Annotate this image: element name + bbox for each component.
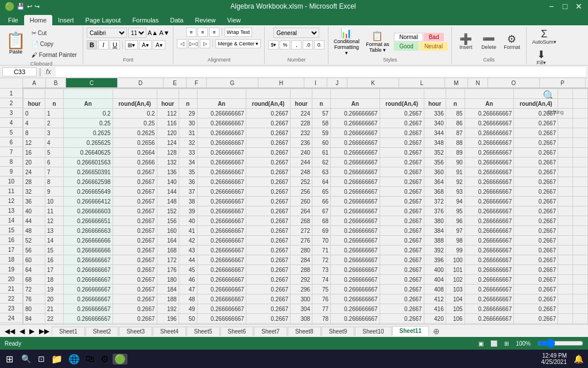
increase-font-button[interactable]: A▲	[148, 29, 158, 36]
col-header-o[interactable]: O	[488, 78, 540, 88]
decrease-decimal-button[interactable]: 0.	[314, 40, 324, 49]
sheet-tab-sheet2[interactable]: Sheet2	[86, 327, 119, 336]
format-as-table-button[interactable]: 📋 Format as Table ▾	[363, 30, 392, 53]
start-button[interactable]: ⊞	[2, 354, 17, 365]
row-header-22[interactable]: 22	[0, 294, 23, 304]
restore-button[interactable]: □	[560, 2, 570, 11]
delete-button[interactable]: ➖Delete	[478, 33, 499, 51]
sheet-tab-sheet8[interactable]: Sheet8	[288, 327, 321, 336]
row-header-10[interactable]: 10	[0, 177, 23, 186]
row-header-5[interactable]: 5	[0, 128, 23, 137]
col-header-h[interactable]: H	[258, 78, 304, 88]
align-left-button[interactable]: ◁	[177, 39, 187, 48]
sheet-nav-prev[interactable]: ◀	[17, 327, 27, 335]
notification-icon[interactable]: 🔔	[571, 354, 586, 363]
row-header-24[interactable]: 24	[0, 313, 23, 323]
style-normal[interactable]: Normal	[394, 33, 423, 41]
view-layout-icon[interactable]: ⬜	[490, 340, 497, 347]
align-top-center-button[interactable]: ≡	[198, 28, 208, 37]
row-header-12[interactable]: 12	[0, 196, 23, 206]
close-button[interactable]: ✕	[574, 2, 583, 11]
formula-input[interactable]	[56, 67, 586, 76]
insert-button[interactable]: ➕Insert	[455, 33, 476, 51]
col-header-m[interactable]: M	[445, 78, 468, 88]
sheet-tab-sheet10[interactable]: Sheet10	[355, 327, 391, 336]
tab-data[interactable]: Data	[164, 15, 189, 25]
font-size-select[interactable]: 11	[128, 28, 146, 38]
row-header-9[interactable]: 9	[0, 167, 23, 177]
format-button[interactable]: ⚙Format	[501, 33, 523, 51]
redo-btn[interactable]: ↪	[34, 3, 40, 10]
format-painter-button[interactable]: 🖌 Format Painter	[29, 49, 79, 60]
row-header-15[interactable]: 15	[0, 225, 23, 235]
decrease-font-button[interactable]: A▼	[159, 29, 169, 36]
tab-home[interactable]: Home	[24, 15, 52, 25]
sheet-tab-sheet4[interactable]: Sheet4	[153, 327, 186, 336]
borders-button[interactable]: ⊞▾	[125, 40, 138, 49]
view-page-break-icon[interactable]: ⊞	[504, 340, 509, 347]
number-format-select[interactable]: General	[273, 28, 319, 38]
italic-button[interactable]: I	[98, 40, 109, 49]
fill-color-button[interactable]: A▾	[139, 40, 152, 49]
minimize-button[interactable]: −	[547, 2, 556, 11]
undo-btn[interactable]: ↩	[27, 3, 32, 10]
col-header-p[interactable]: P	[540, 78, 586, 88]
row-header-8[interactable]: 8	[0, 157, 23, 167]
copy-button[interactable]: 📄 Copy	[29, 39, 79, 49]
style-good[interactable]: Good	[394, 42, 418, 51]
tab-view[interactable]: View	[222, 15, 247, 25]
align-top-right-button[interactable]: ≡	[209, 28, 219, 37]
bold-button[interactable]: B	[87, 40, 97, 49]
zoom-slider[interactable]	[537, 339, 583, 348]
sheet-add-button[interactable]: ⊕	[430, 327, 443, 336]
currency-button[interactable]: $▾	[268, 40, 278, 49]
row-header-3[interactable]: 3	[0, 108, 23, 118]
row-header-6[interactable]: 6	[0, 137, 23, 147]
merge-center-button[interactable]: Merge & Center ▾	[215, 39, 261, 48]
sheet-tab-sheet1[interactable]: Sheet1	[52, 327, 85, 336]
sheet-tab-sheet11[interactable]: Sheet11	[392, 326, 429, 336]
cell-reference-box[interactable]: C33	[2, 67, 37, 76]
sheet-tab-sheet5[interactable]: Sheet5	[187, 327, 220, 336]
row-header-23[interactable]: 23	[0, 304, 23, 313]
cut-button[interactable]: ✂ Cut	[29, 28, 79, 38]
col-header-l[interactable]: L	[399, 78, 445, 88]
tab-file[interactable]: File	[2, 15, 24, 25]
tab-page-layout[interactable]: Page Layout	[80, 15, 127, 25]
align-top-left-button[interactable]: ≡	[186, 28, 196, 37]
file-explorer-icon[interactable]: 📁	[49, 354, 64, 365]
col-header-a[interactable]: A	[23, 78, 46, 88]
row-header-16[interactable]: 16	[0, 235, 23, 245]
settings-icon[interactable]: ⚙	[99, 354, 110, 365]
sheet-nav-right[interactable]: ▶▶	[37, 327, 52, 335]
conditional-formatting-button[interactable]: 📊 Conditional Formatting ▾	[332, 28, 361, 56]
search-button[interactable]: 🔍	[19, 354, 33, 363]
row-header-18[interactable]: 18	[0, 255, 23, 264]
align-center-button[interactable]: ▷◁	[188, 39, 199, 48]
sheet-tab-sheet3[interactable]: Sheet3	[119, 327, 152, 336]
paste-button[interactable]: 📋 Paste	[3, 32, 28, 56]
style-neutral[interactable]: Neutral	[419, 42, 448, 51]
align-right-button[interactable]: ▷	[200, 39, 210, 48]
row-header-20[interactable]: 20	[0, 274, 23, 284]
store-icon[interactable]: 🛍	[84, 354, 96, 364]
task-view-button[interactable]: ⊡	[36, 354, 47, 363]
style-bad[interactable]: Bad	[424, 33, 444, 41]
col-header-n[interactable]: N	[468, 78, 488, 88]
percent-button[interactable]: %	[280, 40, 290, 49]
col-header-k[interactable]: K	[347, 78, 399, 88]
tab-insert[interactable]: Insert	[52, 15, 80, 25]
row-header-7[interactable]: 7	[0, 147, 23, 157]
sheet-nav-left[interactable]: ◀◀	[2, 327, 17, 335]
sheet-nav-next[interactable]: ▶	[27, 327, 37, 335]
col-header-q[interactable]: Q	[586, 78, 588, 88]
col-header-d[interactable]: D	[118, 78, 164, 88]
row-header-4[interactable]: 4	[0, 118, 23, 128]
row-header-14[interactable]: 14	[0, 216, 23, 225]
row-header-21[interactable]: 21	[0, 284, 23, 294]
col-header-c[interactable]: C	[66, 78, 118, 88]
row-header-1[interactable]: 1	[0, 89, 23, 98]
underline-button[interactable]: U	[110, 40, 120, 49]
view-normal-icon[interactable]: ▣	[478, 340, 483, 347]
increase-decimal-button[interactable]: .0	[303, 40, 313, 49]
